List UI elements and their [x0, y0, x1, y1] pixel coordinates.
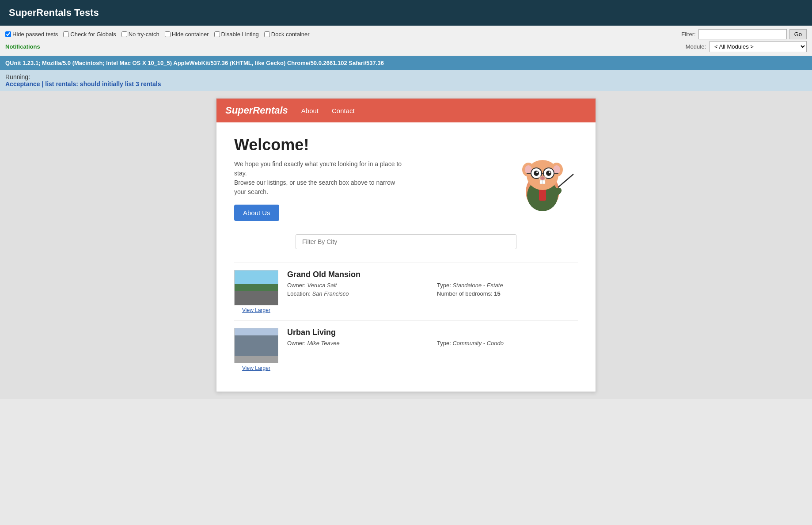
disable-linting-checkbox[interactable] [214, 31, 220, 37]
disable-linting-text: Disable Linting [221, 31, 259, 38]
rental-image-urban [234, 328, 278, 363]
rental-name-mansion: Grand Old Mansion [287, 270, 578, 279]
hide-container-label[interactable]: Hide container [165, 31, 209, 38]
hide-passed-label[interactable]: Hide passed tests [5, 31, 58, 38]
nav-about[interactable]: About [301, 107, 319, 114]
running-bar: Running: Acceptance | list rentals: shou… [0, 70, 812, 91]
controls-bar: Hide passed tests Check for Globals No t… [0, 26, 812, 56]
welcome-section: Welcome! We hope you find exactly what y… [234, 136, 578, 221]
view-larger-urban[interactable]: View Larger [242, 365, 270, 371]
controls-row2: Notifications Module: < All Modules > [5, 41, 807, 52]
filter-input[interactable] [698, 29, 787, 39]
no-try-catch-text: No try-catch [129, 31, 159, 38]
welcome-description: We hope you find exactly what you're loo… [234, 160, 402, 197]
svg-point-18 [540, 176, 545, 180]
filter-label: Filter: [681, 31, 696, 38]
controls-row1: Hide passed tests Check for Globals No t… [5, 29, 807, 39]
app-nav: SuperRentals About Contact [216, 99, 596, 122]
app-brand[interactable]: SuperRentals [225, 105, 288, 116]
view-larger-mansion[interactable]: View Larger [242, 307, 270, 313]
location-label: Location: San Francisco [287, 290, 428, 297]
rental-details-urban: Urban Living Owner: Mike Teavee Type: Co… [287, 328, 578, 346]
module-area: Module: < All Modules > [686, 41, 807, 52]
bedrooms-label: Number of bedrooms: 15 [437, 290, 578, 297]
owner-label: Owner: Veruca Salt [287, 282, 428, 289]
go-button[interactable]: Go [789, 29, 807, 39]
browser-text: QUnit 1.23.1; Mozilla/5.0 (Macintosh; In… [5, 60, 384, 66]
welcome-heading: Welcome! [234, 136, 402, 154]
no-try-catch-label[interactable]: No try-catch [121, 31, 159, 38]
rental-image-mansion [234, 270, 278, 305]
owner-label-urban: Owner: Mike Teavee [287, 340, 428, 346]
hide-passed-checkbox[interactable] [5, 31, 11, 37]
about-us-button[interactable]: About Us [234, 205, 279, 221]
running-test: Acceptance | list rentals: should initia… [5, 80, 161, 88]
rental-name-urban: Urban Living [287, 328, 578, 337]
rental-image-area: View Larger [234, 270, 278, 313]
welcome-text: Welcome! We hope you find exactly what y… [234, 136, 402, 221]
svg-point-13 [534, 171, 539, 176]
app-title: SuperRentals Tests [9, 7, 99, 18]
svg-point-15 [536, 171, 538, 173]
rentals-list: View Larger Grand Old Mansion Owner: Ver… [234, 262, 578, 378]
type-label: Type: Standalone - Estate [437, 282, 578, 289]
rental-item-urban: View Larger Urban Living Owner: Mike Tea… [234, 320, 578, 378]
no-try-catch-checkbox[interactable] [121, 31, 127, 37]
rental-meta-mansion: Owner: Veruca Salt Type: Standalone - Es… [287, 282, 578, 297]
check-globals-text: Check for Globals [70, 31, 116, 38]
hide-container-text: Hide container [172, 31, 209, 38]
dock-container-label[interactable]: Dock container [264, 31, 310, 38]
app-frame: SuperRentals About Contact Welcome! We h… [216, 98, 596, 392]
module-select[interactable]: < All Modules > [710, 41, 807, 52]
main-content: SuperRentals About Contact Welcome! We h… [0, 91, 812, 399]
hide-passed-text: Hide passed tests [12, 31, 58, 38]
running-label: Running: [5, 73, 30, 80]
mascot [507, 143, 578, 214]
rental-details-mansion: Grand Old Mansion Owner: Veruca Salt Typ… [287, 270, 578, 297]
rental-meta-urban: Owner: Mike Teavee Type: Community - Con… [287, 340, 578, 346]
app-body: Welcome! We hope you find exactly what y… [216, 122, 596, 392]
svg-point-14 [546, 171, 551, 176]
check-globals-checkbox[interactable] [63, 31, 69, 37]
notifications-label: Notifications [5, 43, 40, 50]
svg-line-22 [558, 174, 573, 187]
module-label: Module: [686, 43, 706, 50]
hide-container-checkbox[interactable] [165, 31, 171, 37]
check-globals-label[interactable]: Check for Globals [63, 31, 116, 38]
svg-point-16 [549, 171, 550, 173]
app-header: SuperRentals Tests [0, 0, 812, 26]
type-label-urban: Type: Community - Condo [437, 340, 578, 346]
nav-contact[interactable]: Contact [332, 107, 355, 114]
filter-area: Filter: Go [681, 29, 807, 39]
disable-linting-label[interactable]: Disable Linting [214, 31, 259, 38]
browser-bar: QUnit 1.23.1; Mozilla/5.0 (Macintosh; In… [0, 56, 812, 70]
filter-city-input[interactable] [296, 234, 516, 249]
dock-container-text: Dock container [271, 31, 310, 38]
filter-city-section [234, 234, 578, 249]
rental-image-area-urban: View Larger [234, 328, 278, 371]
rental-item: View Larger Grand Old Mansion Owner: Ver… [234, 262, 578, 320]
dock-container-checkbox[interactable] [264, 31, 270, 37]
